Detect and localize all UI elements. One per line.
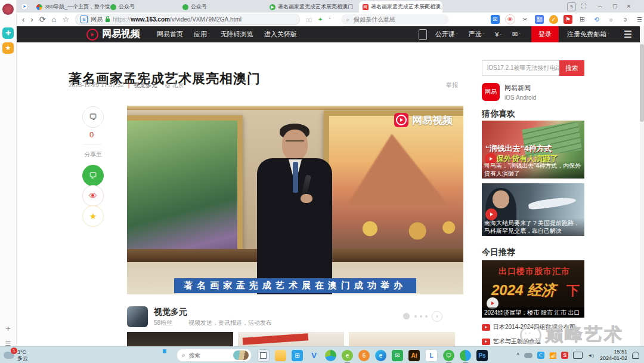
url-field[interactable]: E 网易 https://www.163.com/v/video/VXM79M2… [75, 14, 300, 25]
carousel-dot[interactable] [414, 315, 417, 318]
star-app-icon[interactable]: ★ [2, 42, 14, 54]
nav-home-icon[interactable]: ⌂ [52, 15, 57, 24]
app-promo[interactable]: 网易 网易新闻 iOS Android [482, 83, 536, 101]
tab-gongzhonghao-2[interactable]: 公众号 [179, 1, 270, 13]
edge-icon[interactable]: e [375, 350, 386, 361]
tray-volume-icon[interactable]: ◄) [587, 353, 594, 358]
register-mailbox-link[interactable]: 注册免费邮箱ˇ [567, 30, 609, 39]
sidebar-search-box[interactable] [482, 60, 561, 76]
browser-360se-icon[interactable]: e [342, 350, 353, 361]
tray-sogou-icon[interactable]: S [561, 352, 568, 359]
recommend-card-1[interactable]: “润钱出去”4种方式 保外贷有人演砸了 司马南：“润钱出去”4种方式，内保外贷有… [482, 121, 584, 179]
pinned-tab-icon[interactable]: ➤ [21, 3, 28, 10]
start-button[interactable] [159, 350, 171, 361]
tray-display-icon[interactable] [573, 352, 583, 359]
nav-item-home[interactable]: 网易首页 [157, 30, 183, 39]
sync-icon[interactable]: ⟲ [592, 15, 601, 24]
omnibox-search[interactable]: ⌕ [341, 14, 449, 24]
report-link[interactable]: 举报 [446, 81, 458, 90]
file-explorer-icon[interactable] [275, 350, 286, 361]
carousel-dot[interactable] [420, 315, 422, 318]
comment-button[interactable]: 🗨 [82, 106, 104, 128]
carousel-dot-active[interactable] [403, 313, 410, 319]
uploader-avatar[interactable] [127, 306, 148, 327]
taskbar-search[interactable]: ⌕ [177, 349, 252, 362]
scrollbar-thumb[interactable] [640, 44, 644, 122]
browser-swirl-icon[interactable] [460, 350, 471, 361]
task-view-icon[interactable] [257, 349, 270, 362]
dock-add-icon[interactable]: + [2, 322, 14, 334]
sidebar-search-button[interactable]: 搜索 [559, 60, 584, 76]
nav-item-yanxuan[interactable]: 严选ˇ [469, 30, 485, 39]
tab-360-nav[interactable]: 360导航_一个主页，整个世界 [33, 1, 110, 13]
settings-gear-icon[interactable]: ☼ [606, 15, 615, 24]
window-close-button[interactable]: × [627, 1, 630, 11]
nav-back-icon[interactable]: ‹ [22, 15, 24, 24]
netease-video-logo[interactable]: 网易视频 [86, 28, 140, 41]
browser-menu-icon[interactable]: ☰ [635, 15, 644, 24]
browser-360-icon[interactable] [325, 350, 336, 361]
nav-item-open-course[interactable]: 公开课ˇ [435, 30, 458, 39]
clover-app-icon[interactable]: ✚ [2, 27, 14, 39]
tray-sync-icon[interactable]: C [537, 352, 544, 359]
clock[interactable]: 15:51 2024-01-02 [600, 349, 627, 362]
window-maximize-button[interactable]: ▢ [612, 1, 618, 11]
seal-app-icon[interactable] [2, 4, 14, 15]
mobile-app-icon[interactable] [419, 29, 427, 40]
share-weibo-icon[interactable]: 👁 [82, 185, 104, 207]
new-tab-button[interactable]: + [423, 1, 428, 11]
theme-skin-icon[interactable]: ⛶ [581, 1, 586, 11]
nav-reload-icon[interactable]: ⟳ [39, 15, 46, 24]
speed-mode-icon[interactable]: ✦ [318, 16, 323, 23]
site-menu-icon[interactable]: ☰ [624, 29, 632, 40]
mail-app-icon[interactable]: ✉ [392, 350, 403, 361]
mode-chevron-icon[interactable]: ˇ [329, 17, 330, 23]
tab-gongzhonghao-1[interactable]: 公众号 [107, 1, 182, 13]
weather-widget[interactable]: 1 3°C 多云 [4, 349, 28, 361]
carousel-next-button[interactable]: › [432, 311, 442, 322]
recommend-card-2[interactable]: 南海大结局要来了？美国提前跑路，马科斯罕见交底，靠自己解决 [482, 183, 584, 236]
uploader-name[interactable]: 视觉多元 [154, 307, 187, 318]
weibo-extension-icon[interactable]: 👁 [505, 14, 515, 24]
tab-video-1[interactable]: ▶ 著名画家孟宪成艺术展亮相澳门 [266, 1, 363, 13]
history-undo-icon[interactable]: ↄ [621, 15, 630, 24]
taskbar-search-input[interactable] [188, 352, 226, 359]
mail-extension-icon[interactable]: ✉ [491, 15, 500, 24]
screenshot-extension-icon[interactable]: ✂ [521, 15, 530, 24]
carousel-dot[interactable] [425, 315, 428, 318]
nav-item-accessibility[interactable]: 无障碍浏览 [221, 30, 253, 39]
v-app-icon[interactable]: V [308, 350, 320, 361]
translate-extension-icon[interactable]: 翻 [535, 15, 544, 24]
window-badge[interactable]: 5 [567, 2, 576, 11]
omnibox-search-input[interactable] [352, 16, 444, 23]
tray-expand-icon[interactable]: ^ [516, 352, 519, 359]
apps-grid-icon[interactable]: ⊞ [578, 15, 587, 24]
nav-forward-icon[interactable]: › [30, 15, 33, 24]
lenovo-app-icon[interactable]: L [425, 349, 438, 362]
wechat-icon[interactable]: 🗩 [443, 350, 454, 361]
nav-bookmark-icon[interactable]: ☆ [62, 15, 69, 24]
source-link[interactable]: 视觉多元 [134, 82, 157, 88]
tray-cloud-icon[interactable] [524, 353, 532, 358]
notification-bell-icon[interactable] [632, 352, 639, 359]
illustrator-icon[interactable]: Ai [408, 350, 420, 361]
sidebar-search-input[interactable] [486, 64, 560, 72]
share-qzone-icon[interactable]: ★ [82, 205, 104, 227]
microsoft-store-icon[interactable]: ⊞ [292, 350, 303, 361]
reader-mode-icon[interactable]: ▯▯ [306, 17, 312, 23]
mail-menu-icon[interactable]: ✉ˇ [512, 30, 521, 38]
login-button[interactable]: 登录 [531, 26, 559, 42]
safe-guard-icon[interactable]: 6 [358, 350, 370, 361]
tray-ime-icon[interactable]: 📶 [549, 352, 556, 359]
tab-video-active[interactable]: 网 著名画家孟宪成艺术展亮相澳… ◄) × [359, 1, 442, 13]
game-flag-icon[interactable]: ⚑ [564, 15, 572, 24]
pay-yuan-icon[interactable]: ¥ˇ [495, 31, 501, 38]
security-shield-icon[interactable]: ✓ [549, 15, 558, 24]
search-highlight-image[interactable] [233, 350, 249, 360]
today-card[interactable]: 出口楼市股市汇市 2024 经济 下 2024经济展望：楼市 股市 汇市 出口 [482, 260, 584, 318]
nav-item-care-mode[interactable]: 进入关怀版 [264, 30, 297, 39]
window-minimize-button[interactable]: – [598, 1, 602, 11]
nav-item-apps[interactable]: 应用ˇ [194, 30, 210, 39]
video-player[interactable]: 网易视频 著名画家孟宪成艺术展在澳门成功举办 [127, 106, 463, 294]
share-wechat-icon[interactable]: 🗩 [82, 165, 104, 186]
